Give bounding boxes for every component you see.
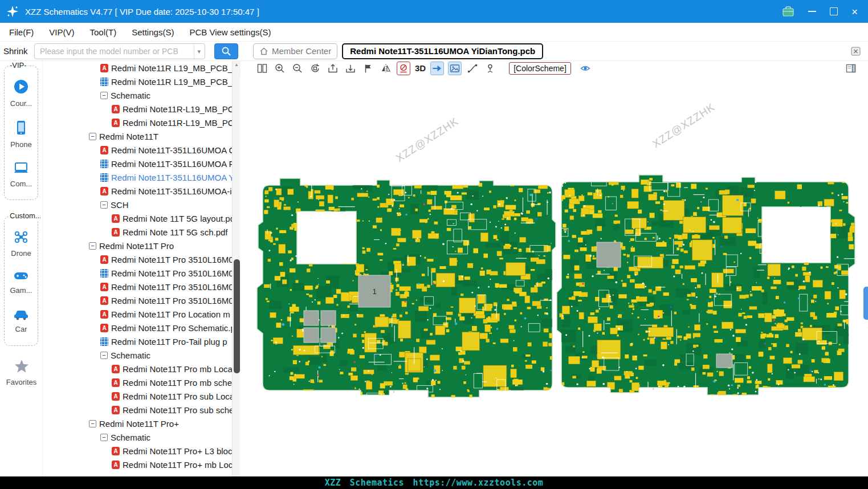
sidebar-item-game[interactable]: Gam... <box>10 270 32 295</box>
close-panel-icon[interactable] <box>851 46 861 56</box>
pcb-view-canvas[interactable]: XZZ@XZZHKXZZ@XZZHKXZZ@XZZHKXZZ@XZZHK1 <box>240 76 868 476</box>
tree-item[interactable]: −Schematic <box>43 88 232 102</box>
collapse-minus-icon[interactable]: − <box>100 201 108 209</box>
tree-item-label: Redmi Note11R L19_MB_PCB_V <box>111 77 232 87</box>
tree-item[interactable]: −Schematic <box>43 348 232 362</box>
collapse-minus-icon[interactable]: − <box>89 242 96 250</box>
mirror-flip-button[interactable] <box>379 62 393 75</box>
collapse-minus-icon[interactable]: − <box>89 133 96 140</box>
tree-item[interactable]: ARedmi Note11T Pro+ mb Loc <box>43 458 232 471</box>
phone-icon <box>14 119 28 138</box>
scrollbar-thumb[interactable] <box>234 259 240 373</box>
diode-stamp-button[interactable] <box>397 62 410 75</box>
member-center-button[interactable]: Member Center <box>253 43 337 59</box>
collapse-minus-icon[interactable]: − <box>100 92 108 99</box>
menu-vip[interactable]: VIP(V) <box>49 27 74 37</box>
maximize-icon[interactable] <box>830 7 838 15</box>
sidebar-item-computer[interactable]: Com... <box>10 161 32 188</box>
tree-item[interactable]: ARedmi Note11T-351L16UMOA-i <box>43 184 232 198</box>
top-toolbar: Shrink ▾ Member Center Redmi Note11T-351… <box>0 42 868 61</box>
menu-file[interactable]: File(F) <box>9 27 34 37</box>
right-panel-handle[interactable] <box>863 287 868 320</box>
export-bottom-button[interactable] <box>344 62 357 75</box>
window-title: XZZ Schematics V4.77 [ VIP Due date: 202… <box>25 7 259 17</box>
tree-item[interactable]: Redmi Note11R L19_MB_PCB_V <box>43 75 232 88</box>
tree-item[interactable]: ARedmi Note11R-L19_MB_PCE <box>43 116 232 129</box>
collapse-minus-icon[interactable]: − <box>100 352 108 359</box>
tree-item[interactable]: ARedmi Note11R-L19_MB_PCE <box>43 102 232 116</box>
sidebar-item-car[interactable]: Car <box>13 307 30 333</box>
shrink-button[interactable]: Shrink <box>3 46 34 56</box>
tree-item[interactable]: ARedmi Note11T Pro mb sche <box>43 376 232 389</box>
collapse-minus-icon[interactable]: − <box>89 420 96 427</box>
watermark-text: XZZ@XZZHK <box>650 101 717 150</box>
jump-arrow-button[interactable] <box>430 62 444 75</box>
flag-button[interactable] <box>361 62 375 75</box>
briefcase-icon[interactable] <box>782 6 794 17</box>
tree-item[interactable]: ARedmi Note11T Pro mb Loca <box>43 362 232 376</box>
tree-item[interactable]: ARedmi Note11T Pro 3510L16M0 <box>43 252 232 266</box>
menu-pcb-view-settings[interactable]: PCB View settings(S) <box>189 27 271 37</box>
search-button[interactable] <box>214 43 238 59</box>
pdf-file-icon: A <box>100 146 108 154</box>
tree-item[interactable]: ARedmi Note11T Pro Location m <box>43 307 232 321</box>
menu-tool[interactable]: Tool(T) <box>90 27 117 37</box>
pdf-file-icon: A <box>112 105 120 113</box>
minimize-icon[interactable] <box>808 11 816 12</box>
zoom-out-button[interactable] <box>291 62 304 75</box>
tree-item[interactable]: ARedmi Note11T Pro sub Loca <box>43 389 232 403</box>
tree-item[interactable]: ARedmi Note11T Pro 3510L16M0 <box>43 294 232 307</box>
tree-item-label: Redmi Note11T-351L16UMOA-i <box>111 186 231 196</box>
sidebar-item-phone[interactable]: Phone <box>10 119 32 149</box>
tree-item[interactable]: ARedmi Note11T Pro 3510L16M0 <box>43 280 232 294</box>
tree-item[interactable]: ARedmi Note 11T 5G layout.pd <box>43 211 232 225</box>
split-view-button[interactable] <box>255 62 269 75</box>
tree-item-label: Redmi Note 11T 5G sch.pdf <box>123 227 228 237</box>
tree-item-label: Redmi Note11T Pro 3510L16M0 <box>111 255 232 264</box>
gamepad-icon <box>13 270 30 284</box>
sidebar-item-label: Phone <box>10 140 32 149</box>
tree-item[interactable]: ARedmi Note 11T 5G sch.pdf <box>43 225 232 239</box>
sidebar-item-favorites[interactable]: Favorites <box>0 358 43 386</box>
tree-item[interactable]: ARedmi Note11T Pro Schematic.p <box>43 321 232 335</box>
tree-item[interactable]: ARedmi Note11T-351L16UMOA C <box>43 143 232 157</box>
sidebar-item-label: Drone <box>11 249 31 258</box>
tree-item[interactable]: −Redmi Note11T Pro+ <box>43 417 232 430</box>
tree-item-label: Redmi Note11T Pro Location m <box>111 309 230 319</box>
menu-settings[interactable]: Settings(S) <box>132 27 174 37</box>
tree-item[interactable]: −Redmi Note11T Pro <box>43 239 232 252</box>
tree-item[interactable]: −Redmi Note11T <box>43 129 232 143</box>
export-top-button[interactable] <box>326 62 340 75</box>
tree-item[interactable]: −Schematic <box>43 430 232 444</box>
zoom-in-button[interactable] <box>273 62 287 75</box>
scroll-up-icon[interactable]: ▲ <box>234 62 239 67</box>
search-input[interactable] <box>35 44 194 58</box>
close-icon[interactable]: × <box>851 6 858 17</box>
3d-view-button[interactable]: 3D <box>414 62 426 75</box>
panel-right-icon[interactable] <box>845 63 857 74</box>
sidebar-item-course[interactable]: Cour... <box>10 78 32 108</box>
colorscheme-button[interactable]: [ColorScheme] <box>509 62 571 75</box>
title-bar: XZZ Schematics V4.77 [ VIP Due date: 202… <box>0 0 868 23</box>
tree-item[interactable]: ARedmi Note11R L19_MB_PCB_V <box>43 61 232 75</box>
probe-tool-button[interactable] <box>483 62 497 75</box>
tree-item[interactable]: Redmi Note11T Pro-Tail plug p <box>43 335 232 348</box>
tree-item[interactable]: ARedmi Note11T Pro+ L3 bloc <box>43 444 232 458</box>
search-combobox[interactable]: ▾ <box>34 43 205 59</box>
tree-item[interactable]: Redmi Note11T Pro 3510L16M0 <box>43 266 232 280</box>
tree-item[interactable]: ARedmi Note11T Pro sub sche <box>43 403 232 417</box>
collapse-minus-icon[interactable]: − <box>100 434 108 441</box>
curve-tool-button[interactable] <box>466 62 479 75</box>
tree-item[interactable]: Redmi Note11T-351L16UMOA F <box>43 157 232 170</box>
tree-item-label: Redmi Note11T Pro mb Loca <box>123 364 232 374</box>
sidebar-item-drone[interactable]: Drone <box>11 229 31 258</box>
refresh-button[interactable] <box>308 62 322 75</box>
eye-button[interactable] <box>578 62 592 75</box>
pdf-file-icon: A <box>100 64 108 72</box>
pdf-file-icon: A <box>112 406 120 414</box>
image-view-button[interactable] <box>448 62 462 75</box>
tree-scrollbar[interactable]: ▲ <box>232 61 241 476</box>
tree-item[interactable]: −SCH <box>43 198 232 211</box>
tree-item[interactable]: Redmi Note11T-351L16UMOA Y <box>43 170 232 184</box>
chevron-down-icon[interactable]: ▾ <box>194 44 205 59</box>
